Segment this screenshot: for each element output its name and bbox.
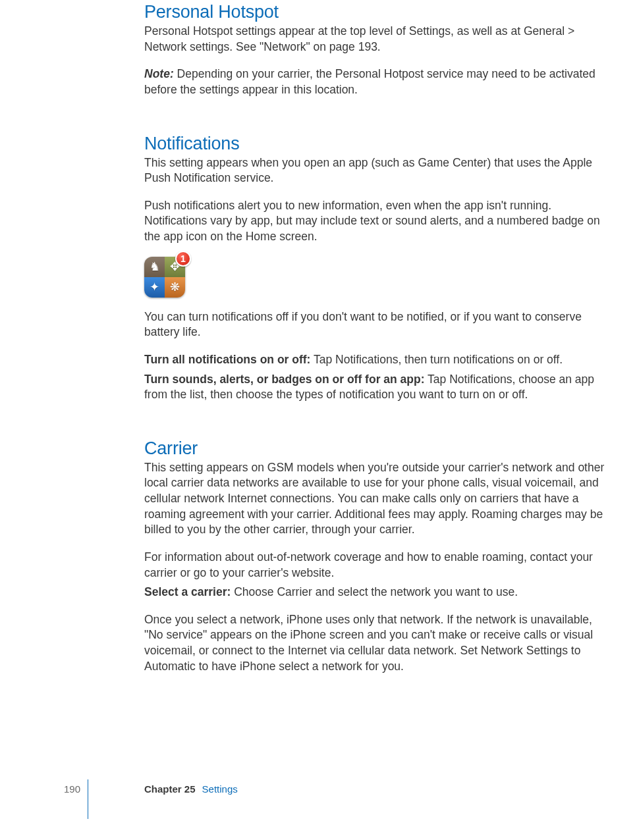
instruction-label: Select a carrier: <box>144 585 231 598</box>
paragraph: This setting appears when you open an ap… <box>144 155 605 186</box>
chapter-title: Settings <box>202 783 238 795</box>
paragraph: Personal Hotspot settings appear at the … <box>144 24 605 55</box>
instruction-paragraph: Turn all notifications on or off: Tap No… <box>144 352 605 368</box>
instruction-body: Choose Carrier and select the network yo… <box>231 585 518 598</box>
instruction-body: Tap Notifications, then turn notificatio… <box>310 353 563 366</box>
swirl-icon: ❋ <box>165 277 185 298</box>
paragraph: You can turn notifications off if you do… <box>144 309 605 340</box>
rocket-icon: ✦ <box>144 277 165 298</box>
page-number: 190 <box>64 783 80 795</box>
game-center-app-icon: ♞ ✥ ✦ ❋ 1 <box>144 257 185 298</box>
notification-badge: 1 <box>175 251 191 267</box>
note-paragraph: Note: Depending on your carrier, the Per… <box>144 66 605 97</box>
paragraph: This setting appears on GSM models when … <box>144 460 605 538</box>
instruction-label: Turn sounds, alerts, or badges on or off… <box>144 373 425 386</box>
paragraph: Once you select a network, iPhone uses o… <box>144 612 605 675</box>
heading-notifications: Notifications <box>144 134 605 154</box>
note-label: Note: <box>144 67 174 80</box>
chapter-number: Chapter 25 <box>144 783 196 795</box>
instruction-paragraph: Select a carrier: Choose Carrier and sel… <box>144 585 605 600</box>
knight-icon: ♞ <box>144 257 165 277</box>
chapter-label: Chapter 25Settings <box>144 783 238 795</box>
footer-rule <box>88 779 88 819</box>
page-footer: 190 Chapter 25Settings <box>0 783 637 803</box>
heading-personal-hotspot: Personal Hotspot <box>144 2 605 22</box>
app-icon-figure: ♞ ✥ ✦ ❋ 1 <box>144 257 605 298</box>
note-body: Depending on your carrier, the Personal … <box>144 67 595 96</box>
instruction-label: Turn all notifications on or off: <box>144 353 310 366</box>
heading-carrier: Carrier <box>144 438 605 459</box>
paragraph: Push notifications alert you to new info… <box>144 198 605 245</box>
paragraph: For information about out-of-network cov… <box>144 550 605 581</box>
instruction-paragraph: Turn sounds, alerts, or badges on or off… <box>144 372 605 403</box>
